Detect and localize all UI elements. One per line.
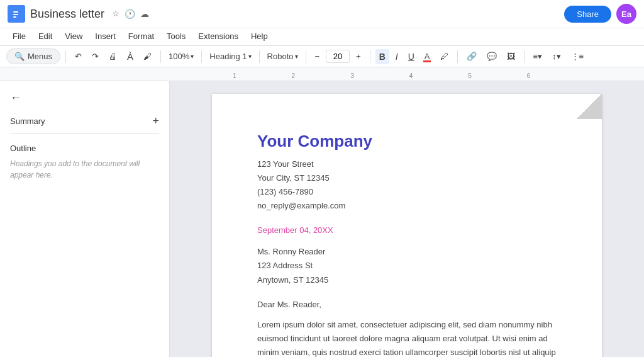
- recipient-line-2: 123 Address St: [257, 259, 557, 273]
- main-area: ← Summary + Outline Headings you add to …: [0, 81, 644, 357]
- heading-style-selector[interactable]: Heading 1 ▾: [207, 50, 253, 62]
- share-button[interactable]: Share: [564, 6, 611, 23]
- menu-file[interactable]: File: [8, 30, 31, 43]
- italic-button[interactable]: I: [392, 49, 402, 64]
- document-area[interactable]: Your Company 123 Your Street Your City, …: [170, 81, 644, 357]
- insert-comment-button[interactable]: 💬: [483, 49, 501, 64]
- summary-add-button[interactable]: +: [152, 115, 159, 128]
- align-button[interactable]: ≡▾: [530, 49, 547, 64]
- body-text[interactable]: Lorem ipsum dolor sit amet, consectetuer…: [257, 318, 557, 357]
- document-page[interactable]: Your Company 123 Your Street Your City, …: [212, 94, 602, 357]
- menu-extensions[interactable]: Extensions: [193, 30, 243, 43]
- title-bar: Business letter ☆ 🕐 ☁ Share Ea: [0, 0, 644, 28]
- search-menus-button[interactable]: 🔍 Menus: [6, 48, 60, 64]
- toolbar: 🔍 Menus ↶ ↷ 🖨 À 🖌 100% ▾ Heading 1 ▾ Ro…: [0, 46, 644, 67]
- print-button[interactable]: 🖨: [105, 49, 121, 64]
- bold-button[interactable]: B: [375, 49, 389, 64]
- redo-button[interactable]: ↷: [88, 49, 103, 64]
- ruler-marks: 1 2 3 4 5 6: [233, 72, 530, 79]
- heading-chevron-icon: ▾: [248, 53, 252, 60]
- menu-format[interactable]: Format: [123, 30, 159, 43]
- font-family-label: Roboto: [267, 52, 294, 61]
- sidebar-back-button[interactable]: ←: [10, 91, 21, 105]
- font-chevron-icon: ▾: [295, 53, 298, 60]
- menu-edit[interactable]: Edit: [33, 30, 57, 43]
- menu-view[interactable]: View: [60, 30, 87, 43]
- page-fold-decoration: [577, 94, 602, 119]
- font-color-icon: A: [425, 52, 430, 61]
- font-size-increase-button[interactable]: +: [352, 49, 365, 64]
- avatar[interactable]: Ea: [616, 4, 636, 24]
- recipient-line-3: Anytown, ST 12345: [257, 273, 557, 287]
- sep-3: [201, 50, 202, 63]
- outline-hint: Headings you add to the document will ap…: [10, 158, 159, 181]
- more-options-button[interactable]: ⋮≡: [567, 49, 588, 64]
- ruler: 1 2 3 4 5 6: [0, 67, 644, 81]
- address-line-4: no_reply@example.com: [257, 199, 557, 213]
- line-spacing-button[interactable]: ↕▾: [548, 49, 565, 64]
- sidebar-divider: [10, 133, 159, 133]
- address-line-2: Your City, ST 12345: [257, 171, 557, 185]
- menu-bar: File Edit View Insert Format Tools Exten…: [0, 28, 644, 46]
- menu-insert[interactable]: Insert: [90, 30, 121, 43]
- spell-check-button[interactable]: À: [123, 48, 137, 64]
- sep-8: [524, 50, 525, 63]
- font-size-decrease-button[interactable]: −: [311, 49, 324, 64]
- document-title[interactable]: Business letter: [30, 8, 104, 21]
- address-line-1: 123 Your Street: [257, 157, 557, 171]
- sep-2: [160, 50, 161, 63]
- summary-section-header: Summary +: [10, 115, 159, 128]
- sep-1: [65, 50, 66, 63]
- sep-5: [306, 50, 306, 63]
- zoom-level: 100%: [169, 52, 189, 61]
- zoom-selector[interactable]: 100% ▾: [166, 50, 196, 62]
- svg-rect-2: [13, 14, 18, 15]
- menu-help[interactable]: Help: [246, 30, 273, 43]
- svg-rect-3: [13, 16, 16, 18]
- svg-rect-1: [13, 11, 18, 13]
- drive-icon[interactable]: ☁: [140, 9, 149, 19]
- undo-button[interactable]: ↶: [71, 49, 86, 64]
- share-area: Share Ea: [564, 4, 636, 24]
- insert-image-button[interactable]: 🖼: [503, 49, 519, 64]
- paint-format-button[interactable]: 🖌: [140, 49, 155, 64]
- address-line-3: (123) 456-7890: [257, 185, 557, 199]
- salutation[interactable]: Dear Ms. Reader,: [257, 300, 557, 309]
- docs-icon: [8, 5, 25, 23]
- sep-7: [457, 50, 458, 63]
- zoom-chevron-icon: ▾: [191, 53, 194, 60]
- history-icon[interactable]: 🕐: [125, 9, 135, 19]
- outline-label: Outline: [10, 144, 159, 153]
- font-family-selector[interactable]: Roboto ▾: [265, 50, 301, 62]
- star-icon[interactable]: ☆: [112, 9, 119, 19]
- font-size-input[interactable]: 20: [326, 50, 350, 63]
- insert-link-button[interactable]: 🔗: [463, 49, 480, 64]
- search-icon: 🔍: [14, 52, 25, 61]
- menu-tools[interactable]: Tools: [162, 30, 191, 43]
- letter-date[interactable]: September 04, 20XX: [257, 225, 557, 235]
- sep-4: [259, 50, 260, 63]
- company-name[interactable]: Your Company: [257, 132, 557, 151]
- recipient-info: Ms. Ronny Reader 123 Address St Anytown,…: [257, 245, 557, 286]
- company-address: 123 Your Street Your City, ST 12345 (123…: [257, 157, 557, 213]
- highlight-color-button[interactable]: 🖊: [436, 49, 452, 64]
- underline-button[interactable]: U: [404, 49, 418, 64]
- recipient-line-1: Ms. Ronny Reader: [257, 245, 557, 259]
- heading-style-label: Heading 1: [209, 52, 247, 61]
- sep-6: [370, 50, 370, 63]
- search-menus-label: Menus: [28, 52, 52, 61]
- font-color-button[interactable]: A: [421, 49, 434, 64]
- summary-label: Summary: [10, 116, 45, 126]
- document-outline-sidebar: ← Summary + Outline Headings you add to …: [0, 81, 170, 357]
- title-icons: ☆ 🕐 ☁: [112, 9, 149, 19]
